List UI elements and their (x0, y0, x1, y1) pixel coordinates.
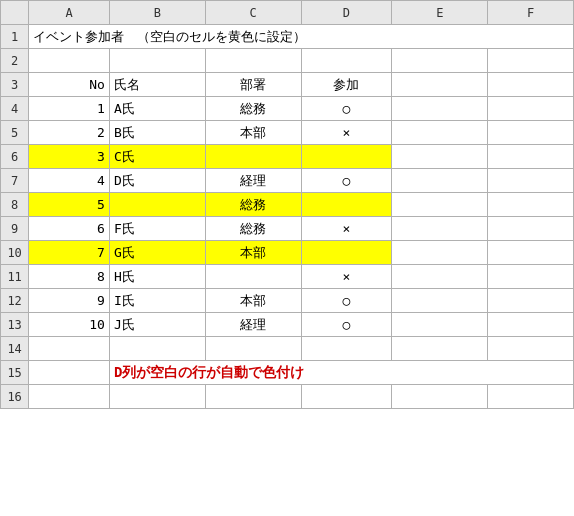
cell: ○ (301, 97, 392, 121)
row-header: 15 (1, 361, 29, 385)
cell: 10 (29, 313, 110, 337)
cell: No (29, 73, 110, 97)
cell: F氏 (109, 217, 205, 241)
cell (392, 337, 488, 361)
cell (205, 265, 301, 289)
cell (392, 121, 488, 145)
row-header: 5 (1, 121, 29, 145)
cell (488, 193, 574, 217)
col-header-d: D (301, 1, 392, 25)
table-row: 1イベント参加者 （空白のセルを黄色に設定） (1, 25, 574, 49)
cell (109, 337, 205, 361)
row-header: 1 (1, 25, 29, 49)
table-row: 129I氏本部○ (1, 289, 574, 313)
cell: 経理 (205, 313, 301, 337)
cell (392, 145, 488, 169)
cell: 総務 (205, 193, 301, 217)
cell (488, 313, 574, 337)
cell (488, 265, 574, 289)
cell: 7 (29, 241, 110, 265)
cell: 6 (29, 217, 110, 241)
cell (392, 385, 488, 409)
cell: 経理 (205, 169, 301, 193)
cell (488, 73, 574, 97)
table-row: 41A氏総務○ (1, 97, 574, 121)
cell: 本部 (205, 241, 301, 265)
cell (205, 49, 301, 73)
cell (301, 337, 392, 361)
cell (488, 121, 574, 145)
cell: 総務 (205, 97, 301, 121)
cell (392, 73, 488, 97)
cell (488, 169, 574, 193)
row-header: 3 (1, 73, 29, 97)
table-row: 107G氏本部 (1, 241, 574, 265)
table-row: 85総務 (1, 193, 574, 217)
cell (392, 241, 488, 265)
cell: 本部 (205, 289, 301, 313)
cell (488, 241, 574, 265)
cell (29, 49, 110, 73)
cell (488, 97, 574, 121)
table-row: 3No氏名部署参加 (1, 73, 574, 97)
table-row: 52B氏本部× (1, 121, 574, 145)
cell: D氏 (109, 169, 205, 193)
table-row: 16 (1, 385, 574, 409)
table-row: 15D列が空白の行が自動で色付け (1, 361, 574, 385)
cell (29, 385, 110, 409)
cell: 9 (29, 289, 110, 313)
row-header: 8 (1, 193, 29, 217)
cell: C氏 (109, 145, 205, 169)
cell (488, 385, 574, 409)
table-row: 1310J氏経理○ (1, 313, 574, 337)
col-header-e: E (392, 1, 488, 25)
cell: H氏 (109, 265, 205, 289)
row-header: 9 (1, 217, 29, 241)
cell: J氏 (109, 313, 205, 337)
table-row: 74D氏経理○ (1, 169, 574, 193)
row-header: 14 (1, 337, 29, 361)
cell: × (301, 121, 392, 145)
row-header: 10 (1, 241, 29, 265)
cell: 本部 (205, 121, 301, 145)
table-row: 118H氏× (1, 265, 574, 289)
row-header: 7 (1, 169, 29, 193)
row-header: 16 (1, 385, 29, 409)
cell: G氏 (109, 241, 205, 265)
cell (205, 385, 301, 409)
cell (205, 145, 301, 169)
cell (29, 337, 110, 361)
cell: ○ (301, 169, 392, 193)
cell (392, 313, 488, 337)
cell (301, 49, 392, 73)
cell: 氏名 (109, 73, 205, 97)
cell: ○ (301, 289, 392, 313)
cell: 参加 (301, 73, 392, 97)
cell (301, 385, 392, 409)
cell (392, 49, 488, 73)
col-header-b: B (109, 1, 205, 25)
cell (392, 289, 488, 313)
cell (488, 145, 574, 169)
title-cell: イベント参加者 （空白のセルを黄色に設定） (29, 25, 574, 49)
row-header: 2 (1, 49, 29, 73)
row-header: 11 (1, 265, 29, 289)
cell: 3 (29, 145, 110, 169)
table-row: 96F氏総務× (1, 217, 574, 241)
cell: B氏 (109, 121, 205, 145)
spreadsheet: A B C D E F 1イベント参加者 （空白のセルを黄色に設定）23No氏名… (0, 0, 574, 409)
cell (488, 49, 574, 73)
cell (392, 97, 488, 121)
col-header-a: A (29, 1, 110, 25)
row-header: 6 (1, 145, 29, 169)
table-row: 63C氏 (1, 145, 574, 169)
cell: 1 (29, 97, 110, 121)
table-row: 2 (1, 49, 574, 73)
cell (109, 385, 205, 409)
cell: × (301, 217, 392, 241)
cell (392, 169, 488, 193)
cell (109, 49, 205, 73)
cell: 8 (29, 265, 110, 289)
empty-cell (29, 361, 110, 385)
cell: ○ (301, 313, 392, 337)
